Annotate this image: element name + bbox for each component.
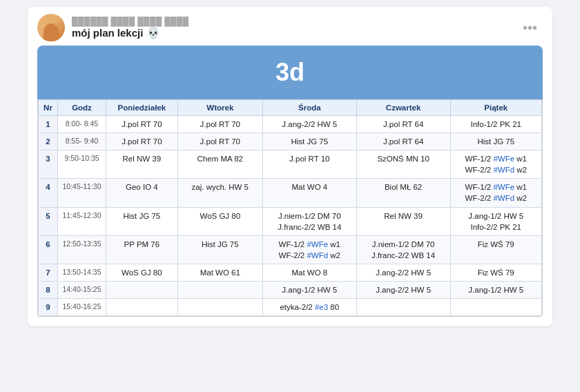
more-options-button[interactable]: ••• bbox=[517, 17, 543, 39]
cell-godz: 8:55- 9:40 bbox=[58, 133, 106, 150]
cell-poniedzialek: J.pol RT 70 bbox=[106, 133, 178, 150]
schedule-table-wrapper: Nr Godz Poniedziałek Wtorek Środa Czwart… bbox=[37, 99, 543, 317]
cell-godz: 14:40-15:25 bbox=[58, 282, 106, 299]
cell-sroda: Mat WO 8 bbox=[262, 264, 356, 281]
cell-wtorek: Hist JG 75 bbox=[177, 235, 262, 264]
cell-sroda: J.pol RT 10 bbox=[262, 150, 356, 179]
cell-sroda: WF-1/2 #WFe w1WF-2/2 #WFd w2 bbox=[262, 235, 356, 264]
table-row: 612:50-13:35PP PM 76Hist JG 75WF-1/2 #WF… bbox=[39, 235, 542, 264]
table-row: 18:00- 8:45J.pol RT 70J.pol RT 70J.ang-2… bbox=[39, 116, 542, 133]
col-poniedzialek: Poniedziałek bbox=[106, 100, 178, 116]
cell-godz: 13:50-14:35 bbox=[58, 264, 106, 281]
cell-piatek: Info-1/2 PK 21 bbox=[450, 116, 541, 133]
cell-poniedzialek: WoS GJ 80 bbox=[106, 264, 178, 281]
avatar bbox=[37, 14, 65, 41]
cell-czwartek: J.pol RT 64 bbox=[356, 116, 450, 133]
cell-nr: 2 bbox=[39, 133, 58, 150]
table-row: 511:45-12:30Hist JG 75WoS GJ 80J.niem-1/… bbox=[39, 207, 542, 235]
cell-sroda: J.ang-1/2 HW 5 bbox=[262, 282, 356, 299]
post-meta: ██████ ████ ████ ████ mój plan lekcji 💀 bbox=[72, 17, 188, 39]
post-header: ██████ ████ ████ ████ mój plan lekcji 💀 … bbox=[28, 7, 552, 46]
col-piatek: Piątek bbox=[450, 100, 541, 116]
cell-czwartek: J.ang-2/2 HW 5 bbox=[356, 264, 450, 281]
cell-piatek: J.ang-1/2 HW 5 bbox=[450, 282, 541, 299]
col-godz: Godz bbox=[58, 100, 106, 116]
table-row: 39:50-10:35Rel NW 39Chem MA 82J.pol RT 1… bbox=[39, 150, 542, 179]
author-name: ██████ ████ ████ ████ bbox=[72, 17, 188, 26]
cell-piatek: J.ang-1/2 HW 5Info-2/2 PK 21 bbox=[450, 207, 541, 235]
cell-piatek bbox=[450, 299, 541, 316]
cell-sroda: J.niem-1/2 DM 70J.franc-2/2 WB 14 bbox=[262, 207, 356, 235]
post-content: 3d Nr Godz Poniedziałek Wtorek Środa Czw… bbox=[28, 46, 552, 326]
post-header-left: ██████ ████ ████ ████ mój plan lekcji 💀 bbox=[37, 14, 188, 41]
table-row: 28:55- 9:40J.pol RT 70J.pol RT 70Hist JG… bbox=[39, 133, 542, 150]
cell-wtorek: WoS GJ 80 bbox=[177, 207, 262, 235]
cell-sroda: etyka-2/2 #e3 80 bbox=[262, 299, 356, 316]
cell-czwartek: J.pol RT 64 bbox=[356, 133, 450, 150]
cell-godz: 8:00- 8:45 bbox=[58, 116, 106, 133]
post-title: mój plan lekcji 💀 bbox=[72, 26, 188, 39]
cell-poniedzialek: Hist JG 75 bbox=[106, 207, 178, 235]
cell-godz: 12:50-13:35 bbox=[58, 235, 106, 264]
table-row: 713:50-14:35WoS GJ 80Mat WO 61Mat WO 8J.… bbox=[39, 264, 542, 281]
col-nr: Nr bbox=[39, 100, 58, 116]
post-card: ██████ ████ ████ ████ mój plan lekcji 💀 … bbox=[28, 7, 552, 326]
cell-wtorek: Mat WO 61 bbox=[177, 264, 262, 281]
cell-nr: 3 bbox=[39, 150, 58, 179]
cell-wtorek: J.pol RT 70 bbox=[177, 116, 262, 133]
cell-poniedzialek: Geo IO 4 bbox=[106, 179, 178, 207]
cell-nr: 9 bbox=[39, 299, 58, 316]
cell-czwartek: J.niem-1/2 DM 70J.franc-2/2 WB 14 bbox=[356, 235, 450, 264]
col-wtorek: Wtorek bbox=[177, 100, 262, 116]
cell-czwartek: Biol MŁ 62 bbox=[356, 179, 450, 207]
cell-nr: 6 bbox=[39, 235, 58, 264]
cell-czwartek: SzONŚ MN 10 bbox=[356, 150, 450, 179]
col-sroda: Środa bbox=[262, 100, 356, 116]
cell-czwartek: J.ang-2/2 HW 5 bbox=[356, 282, 450, 299]
cell-wtorek: J.pol RT 70 bbox=[177, 133, 262, 150]
cell-wtorek bbox=[177, 282, 262, 299]
table-row: 915:40-16:25etyka-2/2 #e3 80 bbox=[39, 299, 542, 316]
cell-poniedzialek bbox=[106, 282, 178, 299]
table-row: 410:45-11:30Geo IO 4zaj. wych. HW 5Mat W… bbox=[39, 179, 542, 207]
cell-poniedzialek: J.pol RT 70 bbox=[106, 116, 178, 133]
cell-wtorek: zaj. wych. HW 5 bbox=[177, 179, 262, 207]
cell-poniedzialek bbox=[106, 299, 178, 316]
cell-nr: 8 bbox=[39, 282, 58, 299]
cell-piatek: Fiz WŚ 79 bbox=[450, 235, 541, 264]
skull-emoji: 💀 bbox=[146, 26, 160, 39]
col-czwartek: Czwartek bbox=[356, 100, 450, 116]
cell-poniedzialek: PP PM 76 bbox=[106, 235, 178, 264]
cell-piatek: Hist JG 75 bbox=[450, 133, 541, 150]
cell-poniedzialek: Rel NW 39 bbox=[106, 150, 178, 179]
cell-piatek: WF-1/2 #WFe w1WF-2/2 #WFd w2 bbox=[450, 150, 541, 179]
schedule-class-header: 3d bbox=[37, 46, 543, 99]
table-header-row: Nr Godz Poniedziałek Wtorek Środa Czwart… bbox=[39, 100, 542, 116]
schedule-table: Nr Godz Poniedziałek Wtorek Środa Czwart… bbox=[38, 99, 542, 316]
cell-sroda: Mat WO 4 bbox=[262, 179, 356, 207]
cell-czwartek bbox=[356, 299, 450, 316]
cell-godz: 10:45-11:30 bbox=[58, 179, 106, 207]
cell-piatek: Fiz WŚ 79 bbox=[450, 264, 541, 281]
cell-nr: 7 bbox=[39, 264, 58, 281]
cell-godz: 9:50-10:35 bbox=[58, 150, 106, 179]
cell-wtorek: Chem MA 82 bbox=[177, 150, 262, 179]
cell-sroda: J.ang-2/2 HW 5 bbox=[262, 116, 356, 133]
cell-sroda: Hist JG 75 bbox=[262, 133, 356, 150]
cell-czwartek: Rel NW 39 bbox=[356, 207, 450, 235]
cell-nr: 4 bbox=[39, 179, 58, 207]
cell-godz: 11:45-12:30 bbox=[58, 207, 106, 235]
cell-piatek: WF-1/2 #WFe w1WF-2/2 #WFd w2 bbox=[450, 179, 541, 207]
cell-nr: 5 bbox=[39, 207, 58, 235]
cell-wtorek bbox=[177, 299, 262, 316]
cell-nr: 1 bbox=[39, 116, 58, 133]
table-row: 814:40-15:25J.ang-1/2 HW 5J.ang-2/2 HW 5… bbox=[39, 282, 542, 299]
cell-godz: 15:40-16:25 bbox=[58, 299, 106, 316]
